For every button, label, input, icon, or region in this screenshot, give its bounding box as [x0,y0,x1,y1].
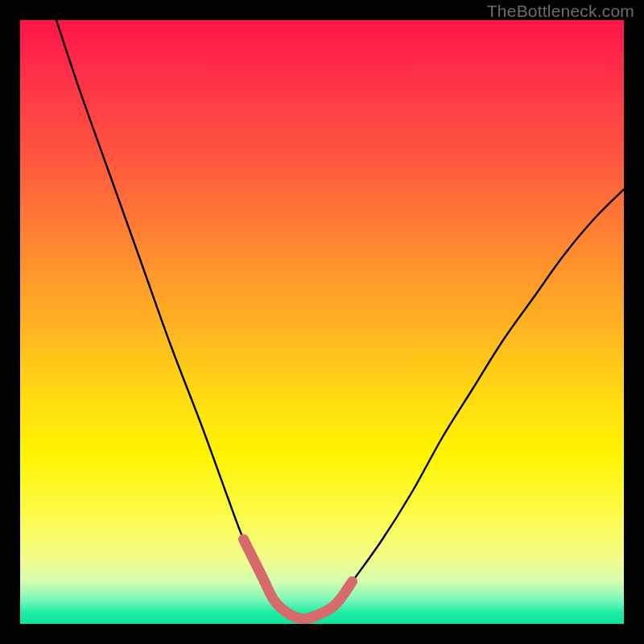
bottleneck-curve-path [56,20,624,619]
bottleneck-highlight-path [244,539,353,619]
bottleneck-curve-svg [20,20,624,624]
chart-frame: TheBottleneck.com [0,0,644,644]
plot-area [20,20,624,624]
watermark-text: TheBottleneck.com [487,2,634,21]
